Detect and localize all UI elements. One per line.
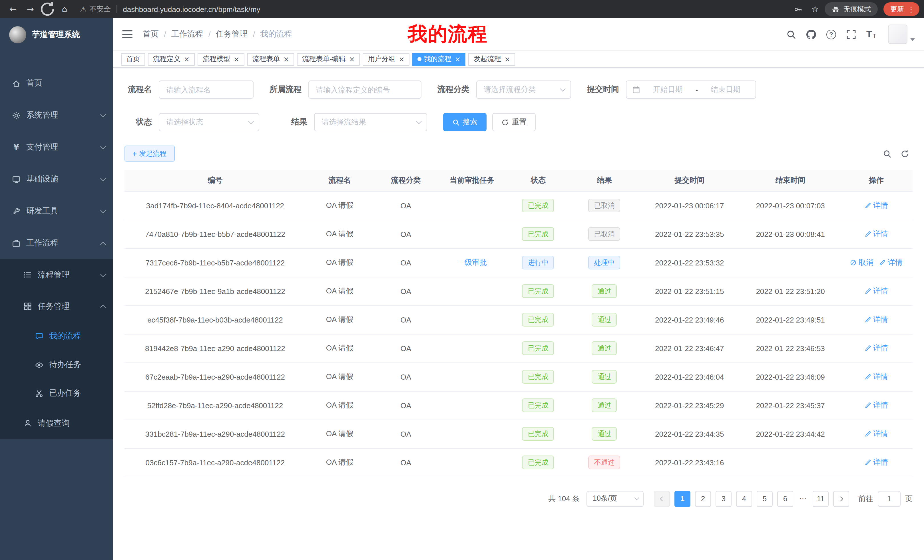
edit-icon [865,288,872,295]
tab-item-5[interactable]: 用户分组× [363,53,410,65]
pager-page-1[interactable]: 1 [675,491,690,507]
goto-page-input[interactable] [878,491,901,507]
sidebar-item-dashboard[interactable]: 首页 [0,67,113,99]
sidebar-item-system-management[interactable]: 系统管理 [0,99,113,131]
pager-next-button[interactable] [833,491,849,507]
browser-forward-icon[interactable]: → [22,1,39,18]
page-size-select[interactable]: 10条/页 [586,491,644,507]
sidebar-item-process-management[interactable]: 流程管理 [0,259,113,290]
toggle-search-icon[interactable] [883,149,891,158]
sidebar-item-workflow[interactable]: 工作流程 [0,227,113,259]
tab-close-icon[interactable]: × [283,55,289,63]
detail-link[interactable]: 详情 [865,400,888,410]
cell-result: 通过 [570,305,638,334]
tab-label: 首页 [126,54,140,64]
tab-item-3[interactable]: 流程表单× [247,53,294,65]
detail-link[interactable]: 详情 [879,258,903,268]
tab-close-icon[interactable]: × [234,55,239,63]
sidebar-item-done-tasks[interactable]: 已办任务 [0,379,113,407]
menu-label: 首页 [26,78,105,88]
detail-link[interactable]: 详情 [865,429,888,439]
result-select[interactable]: 请选择流结果 [314,113,427,131]
search-button[interactable]: 搜索 [443,113,486,131]
tab-close-icon[interactable]: × [184,55,190,63]
browser-back-icon[interactable]: ← [4,1,22,18]
pager-ellipsis[interactable]: ··· [796,494,809,503]
tab-label: 流程定义 [153,54,180,64]
pager-prev-button[interactable] [654,491,670,507]
pager-page-3[interactable]: 3 [716,491,732,507]
reset-button[interactable]: 重置 [492,113,536,131]
bookmark-star-icon[interactable]: ☆ [811,4,819,14]
breadcrumb-workflow[interactable]: 工作流程 [171,29,203,39]
avatar[interactable] [888,24,908,44]
detail-link[interactable]: 详情 [865,314,888,325]
browser-reload-icon[interactable] [39,1,56,18]
browser-menu-icon[interactable]: ⋮ [908,5,915,13]
table-row: 7470a810-7b9b-11ec-b5b7-acde48001122OA 请… [124,220,913,248]
start-process-button[interactable]: + 发起流程 [124,145,174,162]
detail-link[interactable]: 详情 [865,286,888,296]
fullscreen-icon[interactable] [846,29,856,40]
sidebar-item-task-management[interactable]: 任务管理 [0,290,113,322]
browser-home-icon[interactable]: ⌂ [56,1,73,18]
pager-numbers: 123456···11 [672,491,831,507]
cell-result: 不通过 [570,448,638,477]
current-task-link[interactable]: 一级审批 [457,258,487,267]
submit-time-range-picker[interactable]: 开始日期 - 结束日期 [626,81,756,99]
help-icon[interactable]: ? [826,29,837,40]
menu-label: 请假查询 [38,418,105,428]
refresh-table-icon[interactable] [901,149,909,158]
github-icon[interactable] [806,29,817,40]
sidebar-item-dev-tools[interactable]: 研发工具 [0,195,113,227]
tab-item-1[interactable]: 流程定义× [148,53,195,65]
address-bar-url[interactable]: dashboard.yudao.iocoder.cn/bpm/task/my [123,5,260,13]
pager-page-11[interactable]: 11 [813,491,829,507]
tab-close-icon[interactable]: × [399,55,405,63]
breadcrumb-task-management[interactable]: 任务管理 [216,29,248,39]
sidebar-item-infrastructure[interactable]: 基础设施 [0,163,113,195]
detail-link[interactable]: 详情 [865,371,888,382]
hamburger-icon[interactable] [122,30,132,38]
pager-page-2[interactable]: 2 [695,491,711,507]
sidebar-item-pending-tasks[interactable]: 待办任务 [0,350,113,379]
divider [117,5,117,13]
site-security-indicator[interactable]: ⚠ 不安全 dashboard.yudao.iocoder.cn/bpm/tas… [80,4,260,14]
tab-item-2[interactable]: 流程模型× [198,53,244,65]
gear-icon [11,111,21,120]
detail-link[interactable]: 详情 [865,201,888,211]
category-select[interactable]: 请选择流程分类 [476,81,571,99]
pager-page-4[interactable]: 4 [736,491,752,507]
process-def-input[interactable] [308,81,422,99]
detail-link[interactable]: 详情 [865,343,888,353]
tab-close-icon[interactable]: × [349,55,355,63]
pager-page-6[interactable]: 6 [777,491,793,507]
detail-link[interactable]: 详情 [865,229,888,239]
edit-icon [865,430,872,437]
sidebar-item-payment-management[interactable]: ¥ 支付管理 [0,131,113,163]
list-icon [23,270,33,280]
detail-link[interactable]: 详情 [865,457,888,467]
tab-item-4[interactable]: 流程表单-编辑× [297,53,360,65]
cell-category: OA [374,362,438,391]
breadcrumb-home[interactable]: 首页 [143,29,159,39]
user-menu[interactable] [888,24,915,44]
search-icon[interactable] [786,29,796,40]
tab-item-7[interactable]: 发起流程× [469,53,515,65]
password-key-icon[interactable] [792,5,804,13]
tab-item-6-active[interactable]: 我的流程× [412,53,466,65]
tab-close-icon[interactable]: × [504,55,510,63]
status-select[interactable]: 请选择状态 [159,113,259,131]
pager-page-5[interactable]: 5 [757,491,772,507]
chevron-up-icon [100,241,106,247]
font-size-icon[interactable]: TT [866,29,877,40]
cancel-link[interactable]: 取消 [850,258,873,268]
warning-icon: ⚠ [80,5,87,13]
browser-update-button[interactable]: 更新 ⋮ [884,2,920,16]
sidebar-item-leave-query[interactable]: 请假查询 [0,407,113,439]
process-name-input[interactable] [159,81,254,99]
tab-item-0[interactable]: 首页 [121,53,145,65]
app-logo[interactable]: 芋道管理系统 [0,18,113,51]
sidebar-item-my-process[interactable]: 我的流程 [0,322,113,350]
tab-close-icon[interactable]: × [455,55,460,63]
